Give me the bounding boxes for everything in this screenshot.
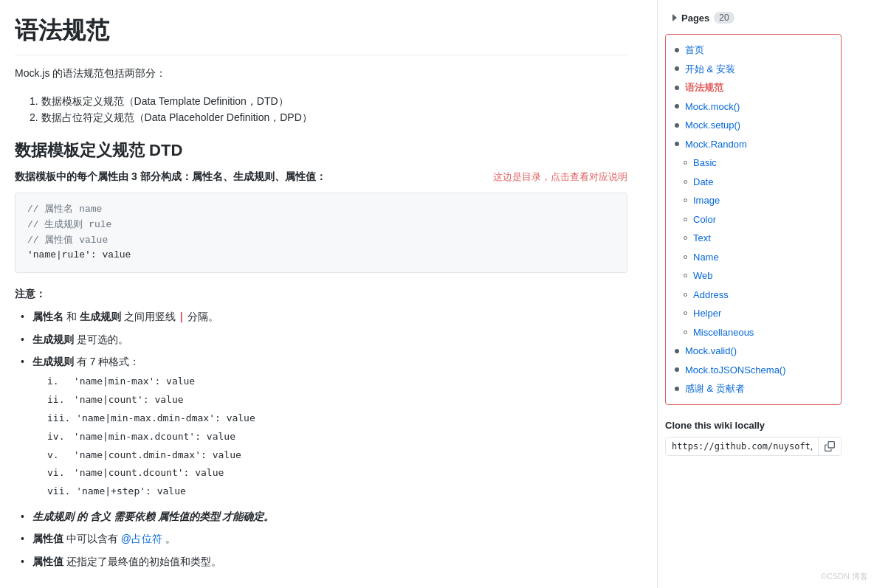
nav-link-helper[interactable]: Helper bbox=[693, 306, 721, 321]
note2-1: 生成规则 的 含义 需要依赖 属性值的类型 才能确定。 bbox=[21, 508, 627, 525]
rule-format-7: vii. 'name|+step': value bbox=[47, 484, 627, 499]
nav-small-dot-color bbox=[684, 218, 687, 221]
note2-3: 属性值 还指定了最终值的初始值和类型。 bbox=[21, 553, 627, 570]
nav-small-dot-miscellaneous bbox=[684, 331, 687, 334]
rule-format-2: ii. 'name|count': value bbox=[47, 392, 627, 408]
pages-count: 20 bbox=[714, 12, 734, 24]
note2-2-text: 属性值 中可以含有 @占位符 。 bbox=[32, 533, 176, 544]
watermark: ©CSDN 博客 bbox=[821, 571, 868, 582]
clone-url-input[interactable] bbox=[666, 437, 818, 455]
intro-item-1: 1. 数据模板定义规范（Data Template Definition，DTD… bbox=[30, 95, 627, 108]
nav-item-address[interactable]: Address bbox=[666, 286, 841, 305]
nav-small-dot-image bbox=[684, 198, 687, 202]
nav-dot-mockvalid bbox=[675, 349, 679, 353]
nav-item-mockrandom[interactable]: Mock.Random bbox=[666, 135, 841, 154]
note-3-text: 生成规则 有 7 种格式： bbox=[32, 356, 140, 367]
nav-item-mockmock[interactable]: Mock.mock() bbox=[666, 97, 841, 117]
nav-link-syntax[interactable]: 语法规范 bbox=[685, 80, 723, 95]
nav-list: 首页 开始 & 安装 语法规范 Mock.mock() Mock.setup()… bbox=[665, 34, 842, 405]
rule-format-6: vi. 'name|count.dcount': value bbox=[47, 466, 627, 481]
note-3: 生成规则 有 7 种格式： i. 'name|min-max': value i… bbox=[21, 353, 627, 499]
nav-dot-mockmock bbox=[675, 104, 679, 108]
nav-item-image[interactable]: Image bbox=[666, 191, 841, 210]
nav-small-dot-helper bbox=[684, 311, 687, 315]
note2-2: 属性值 中可以含有 @占位符 。 bbox=[21, 530, 627, 547]
pages-arrow-icon bbox=[672, 14, 677, 21]
note-2: 生成规则 是可选的。 bbox=[21, 331, 627, 347]
nav-item-mockvalid[interactable]: Mock.valid() bbox=[666, 342, 841, 361]
code-block: // 属性名 name // 生成规则 rule // 属性值 value 'n… bbox=[15, 193, 627, 273]
rule-formats-list: i. 'name|min-max': value ii. 'name|count… bbox=[32, 374, 627, 499]
nav-item-color[interactable]: Color bbox=[666, 210, 841, 229]
highlight-row: 数据模板中的每个属性由 3 部分构成：属性名、生成规则、属性值： 这边是目录，点… bbox=[15, 170, 627, 184]
nav-small-dot-text bbox=[684, 236, 687, 240]
nav-dot-mocksetup bbox=[675, 123, 679, 128]
nav-small-dot-basic bbox=[684, 161, 687, 165]
notes2-list: 生成规则 的 含义 需要依赖 属性值的类型 才能确定。 属性值 中可以含有 @占… bbox=[15, 508, 627, 570]
nav-item-miscellaneous[interactable]: Miscellaneous bbox=[666, 323, 841, 342]
clone-copy-button[interactable] bbox=[818, 437, 841, 455]
nav-link-miscellaneous[interactable]: Miscellaneous bbox=[693, 325, 754, 340]
nav-item-helper[interactable]: Helper bbox=[666, 304, 841, 323]
intro-item-2: 2. 数据占位符定义规范（Data Placeholder Definition… bbox=[30, 111, 627, 125]
nav-link-image[interactable]: Image bbox=[693, 193, 720, 208]
nav-item-web[interactable]: Web bbox=[666, 266, 841, 286]
section1-title: 数据模板定义规范 DTD bbox=[15, 139, 627, 162]
nav-dot-syntax bbox=[675, 86, 679, 90]
nav-link-date[interactable]: Date bbox=[693, 175, 713, 190]
pages-label: Pages bbox=[681, 13, 709, 24]
sidebar: Pages 20 首页 开始 & 安装 语法规范 Mock.mock() Moc… bbox=[657, 0, 849, 588]
nav-link-mocksetup[interactable]: Mock.setup() bbox=[685, 118, 740, 133]
nav-dot-home bbox=[675, 48, 679, 52]
nav-dot-thanks bbox=[675, 387, 679, 391]
page-title: 语法规范 bbox=[15, 15, 627, 55]
nav-link-mockmock[interactable]: Mock.mock() bbox=[685, 100, 740, 114]
code-line-3: // 属性值 value bbox=[27, 233, 615, 249]
nav-link-mockrandom[interactable]: Mock.Random bbox=[685, 137, 747, 152]
nav-link-text[interactable]: Text bbox=[693, 231, 711, 246]
nav-small-dot-address bbox=[684, 293, 687, 297]
nav-item-text[interactable]: Text bbox=[666, 229, 841, 248]
nav-link-name[interactable]: Name bbox=[693, 250, 719, 265]
nav-item-basic[interactable]: Basic bbox=[666, 153, 841, 173]
nav-link-thanks[interactable]: 感谢 & 贡献者 bbox=[685, 381, 745, 396]
nav-link-basic[interactable]: Basic bbox=[693, 156, 717, 170]
intro-list: 1. 数据模板定义规范（Data Template Definition，DTD… bbox=[15, 95, 627, 125]
rule-format-5: v. 'name|count.dmin-dmax': value bbox=[47, 448, 627, 463]
nav-link-mocktojsonschema[interactable]: Mock.toJSONSchema() bbox=[685, 363, 786, 378]
nav-link-color[interactable]: Color bbox=[693, 212, 716, 227]
rule-format-4: iv. 'name|min-max.dcount': value bbox=[47, 429, 627, 445]
nav-dot-mockrandom bbox=[675, 142, 679, 146]
note-1: 属性名 和 生成规则 之间用竖线 | 分隔。 bbox=[21, 308, 627, 325]
intro-text: Mock.js 的语法规范包括两部分： bbox=[15, 67, 627, 80]
nav-link-home[interactable]: 首页 bbox=[685, 43, 704, 58]
rule-format-3: iii. 'name|min-max.dmin-dmax': value bbox=[47, 411, 627, 426]
note-2-text: 生成规则 是可选的。 bbox=[32, 333, 128, 345]
code-line-2: // 生成规则 rule bbox=[27, 218, 615, 233]
nav-item-syntax[interactable]: 语法规范 bbox=[666, 78, 841, 97]
nav-dot-mocktojsonschema bbox=[675, 367, 679, 372]
clone-section: Clone this wiki locally bbox=[665, 420, 842, 456]
nav-link-web[interactable]: Web bbox=[693, 269, 713, 283]
nav-link-start[interactable]: 开始 & 安装 bbox=[685, 62, 735, 77]
clone-input-row bbox=[665, 437, 842, 456]
pages-header[interactable]: Pages 20 bbox=[665, 7, 849, 28]
nav-small-dot-name bbox=[684, 255, 687, 259]
nav-item-name[interactable]: Name bbox=[666, 248, 841, 267]
nav-item-thanks[interactable]: 感谢 & 贡献者 bbox=[666, 379, 841, 398]
nav-item-date[interactable]: Date bbox=[666, 173, 841, 192]
nav-item-home[interactable]: 首页 bbox=[666, 41, 841, 60]
toc-hint[interactable]: 这边是目录，点击查看对应说明 bbox=[493, 170, 627, 184]
nav-item-mocksetup[interactable]: Mock.setup() bbox=[666, 116, 841, 135]
nav-small-dot-web bbox=[684, 274, 687, 277]
note2-3-text: 属性值 还指定了最终值的初始值和类型。 bbox=[32, 556, 221, 567]
clone-title: Clone this wiki locally bbox=[665, 420, 842, 431]
main-content: 语法规范 Mock.js 的语法规范包括两部分： 1. 数据模板定义规范（Dat… bbox=[0, 0, 657, 588]
rule-format-1: i. 'name|min-max': value bbox=[47, 374, 627, 390]
nav-link-mockvalid[interactable]: Mock.valid() bbox=[685, 344, 737, 359]
nav-dot-start bbox=[675, 66, 679, 71]
nav-link-address[interactable]: Address bbox=[693, 288, 729, 302]
section1-highlight: 数据模板中的每个属性由 3 部分构成：属性名、生成规则、属性值： bbox=[15, 170, 326, 184]
nav-item-mocktojsonschema[interactable]: Mock.toJSONSchema() bbox=[666, 361, 841, 380]
nav-item-start[interactable]: 开始 & 安装 bbox=[666, 60, 841, 79]
